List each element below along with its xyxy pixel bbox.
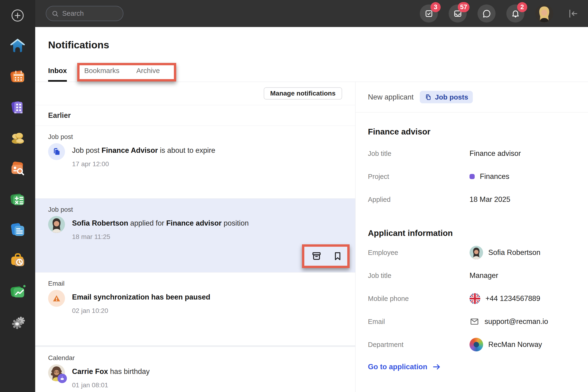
field-value[interactable]: RecMan Norway [470,338,542,352]
field-value[interactable]: Finances [470,172,509,181]
sidebar-nav [8,36,27,332]
sidebar-item-home[interactable] [8,36,27,56]
notification-time: 01 jan 08:01 [72,382,150,389]
notifications-tabs: Inbox Bookmarks Archive [48,67,588,82]
department-name: RecMan Norway [488,340,542,349]
field-value[interactable]: Sofia Robertson [470,246,540,260]
sidebar-item-companies[interactable] [8,98,27,117]
notification-actions [311,251,343,262]
sidebar-item-documents[interactable] [8,220,27,240]
detail-header: New applicant Job posts [356,82,588,112]
archive-notification-button[interactable] [311,251,322,262]
detail-body: Finance advisor Job title Finance adviso… [356,112,588,372]
job-posts-chip-label: Job posts [435,93,468,101]
notification-text: Email synchronization has been paused [72,293,210,302]
applicant-section-title: Applicant information [368,228,579,238]
chat-button[interactable] [478,4,496,22]
notifications-page: Notifications Inbox Bookmarks Archive Ma… [35,27,588,392]
field-department: Department RecMan Norway [368,333,579,356]
go-to-application-link[interactable]: Go to application [368,362,441,372]
page-header: Notifications Inbox Bookmarks Archive [35,27,588,82]
notification-row-email-sync[interactable]: Email Email synchronization has been pau… [35,272,355,345]
envelope-icon [470,317,479,326]
go-to-application-label: Go to application [368,363,427,371]
notification-text: Job post Finance Advisor is about to exp… [72,146,215,155]
sidebar-item-settings[interactable] [8,313,27,332]
avatar-photo [48,216,65,233]
bookmark-notification-button[interactable] [332,251,343,262]
notifications-button[interactable]: 2 [506,4,525,22]
global-search[interactable] [46,6,123,21]
notification-category: Email [48,280,342,288]
tab-inbox[interactable]: Inbox [48,67,67,82]
search-icon [51,10,59,17]
sidebar-item-calculator[interactable] [8,190,27,210]
tab-archive[interactable]: Archive [136,67,160,82]
field-label: Employee [368,249,470,256]
plus-icon [10,8,25,23]
job-posts-chip[interactable]: Job posts [420,91,473,103]
tab-bookmarks[interactable]: Bookmarks [84,67,119,82]
content-columns: Manage notifications Earlier Job post Jo… [35,82,588,392]
field-job-title: Job title Finance advisor [368,142,579,165]
search-input[interactable] [62,10,118,17]
notification-row-application[interactable]: Job post Sofia Robertson applied for Fin… [35,198,355,272]
collapse-left-icon [568,8,579,19]
documents-icon [8,220,27,240]
sidebar-item-recruitment-search[interactable] [8,159,27,179]
applicant-detail-panel: New applicant Job posts Finance advisor … [356,82,588,392]
birthday-badge [57,374,67,383]
briefcase-clock-icon [8,251,27,271]
recman-logo [470,338,483,352]
tasks-button[interactable]: 3 [420,4,438,22]
field-employee: Employee Sofia Robertson [368,241,579,264]
field-label: Mobile phone [368,295,470,302]
document-copy-icon [52,147,61,156]
coins-people-icon [8,128,27,148]
notification-row-jobpost-expire[interactable]: Job post Job post Finance Advisor is abo… [35,126,355,198]
avatar-photo [535,4,553,22]
uk-flag-icon [470,293,480,304]
field-project: Project Finances [368,165,579,188]
field-label: Applied [368,196,470,204]
project-name: Finances [480,172,509,181]
calculator-icon [8,190,27,210]
field-label: Department [368,341,470,348]
notification-category: Job post [48,206,342,214]
collapse-panel-button[interactable] [568,8,579,19]
archive-icon [311,251,322,262]
warning-triangle-icon [52,294,61,303]
page-title: Notifications [48,40,588,50]
manage-notifications-button[interactable]: Manage notifications [264,87,342,100]
notification-category: Calendar [48,354,342,362]
chart-trend-icon [8,282,27,302]
bookmark-icon [332,251,343,262]
notification-time: 18 mar 11:25 [72,233,249,240]
sidebar-item-reports[interactable] [8,282,27,302]
field-label: Project [368,173,470,180]
notification-row-birthday[interactable]: Calendar Carrie Fox has birthday 01 jan [35,347,355,392]
group-header-earlier: Earlier [35,105,355,126]
applicant-avatar [48,216,65,233]
sidebar-item-candidates[interactable] [8,128,27,148]
notification-category: Job post [48,133,342,141]
job-section-title: Finance advisor [368,126,579,137]
field-value: Manager [470,271,498,280]
field-applied: Applied 18 Mar 2025 [368,188,579,211]
field-value[interactable]: support@recman.io [470,317,548,326]
avatar-photo [470,246,483,260]
job-posts-icon [425,94,432,101]
notification-time: 02 jan 10:20 [72,307,210,314]
gear-icon [8,313,27,332]
home-icon [8,36,27,56]
sidebar-item-time-tracking[interactable] [8,251,27,271]
inbox-button[interactable]: 57 [449,4,467,22]
field-value[interactable]: +44 1234567889 [470,293,540,304]
app-window: 3 57 2 [0,0,588,392]
sidebar-item-calendar[interactable] [8,67,27,86]
create-new-button[interactable] [10,8,25,23]
notification-text: Carrie Fox has birthday [72,367,150,376]
user-avatar[interactable] [535,4,553,22]
app-sidebar [0,0,35,392]
field-applicant-job-title: Job title Manager [368,264,579,287]
